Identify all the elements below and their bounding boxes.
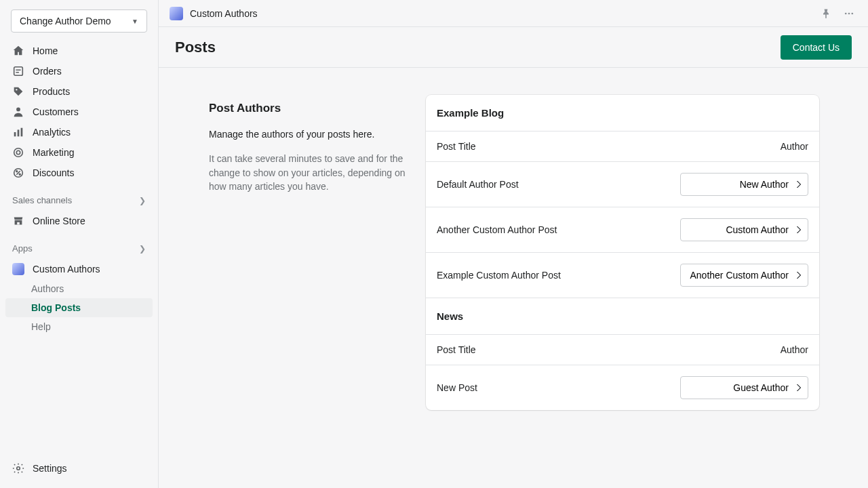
table-row: Another Custom Author PostNew AuthorCust… xyxy=(426,207,819,253)
section-heading: Post Authors xyxy=(209,102,412,115)
section-desc: Manage the authors of your posts here. xyxy=(209,127,412,141)
section-text: Post Authors Manage the authors of your … xyxy=(209,95,412,193)
nav-products[interactable]: Products xyxy=(5,81,153,102)
gear-icon xyxy=(12,462,24,474)
nav-label: Customers xyxy=(33,106,79,117)
svg-rect-11 xyxy=(17,222,20,225)
online-store-icon xyxy=(12,215,24,227)
svg-point-7 xyxy=(16,150,20,154)
discounts-icon xyxy=(12,167,24,179)
app-bar-title: Custom Authors xyxy=(190,8,258,19)
author-select[interactable]: New AuthorCustom AuthorAnother Custom Au… xyxy=(680,376,808,399)
table-header: Post TitleAuthor xyxy=(426,131,819,162)
more-icon[interactable] xyxy=(841,5,857,22)
primary-nav: Home Orders Products Customers xyxy=(5,41,153,183)
nav-label: Home xyxy=(33,45,58,56)
customers-icon xyxy=(12,106,24,118)
author-select-wrap: New AuthorCustom AuthorAnother Custom Au… xyxy=(680,264,808,287)
apps-header[interactable]: Apps ❯ xyxy=(5,238,153,256)
app-icon xyxy=(12,263,24,275)
store-switcher-label: Change Author Demo xyxy=(20,16,111,26)
post-title: New Post xyxy=(437,382,477,393)
svg-point-14 xyxy=(848,12,850,14)
nav-label: Orders xyxy=(33,66,62,77)
author-select[interactable]: New AuthorCustom AuthorAnother Custom Au… xyxy=(680,173,808,196)
app-bar: Custom Authors xyxy=(159,0,868,27)
section-note: It can take several minutes to save and … xyxy=(209,152,412,193)
nav-online-store[interactable]: Online Store xyxy=(5,211,153,231)
author-select-wrap: New AuthorCustom AuthorAnother Custom Au… xyxy=(680,173,808,196)
main: Custom Authors Posts Contact Us Post Aut… xyxy=(159,0,868,488)
svg-point-13 xyxy=(845,12,847,14)
nav-analytics[interactable]: Analytics xyxy=(5,122,153,142)
app-icon xyxy=(170,7,183,20)
table-row: Example Custom Author PostNew AuthorCust… xyxy=(426,253,819,298)
svg-point-1 xyxy=(16,89,17,90)
author-select[interactable]: New AuthorCustom AuthorAnother Custom Au… xyxy=(680,218,808,241)
subnav-help[interactable]: Help xyxy=(5,317,153,336)
svg-rect-3 xyxy=(14,132,16,136)
table-header: Post TitleAuthor xyxy=(426,335,819,365)
subnav-blog-posts[interactable]: Blog Posts xyxy=(5,298,153,317)
posts-card: Example BlogPost TitleAuthorDefault Auth… xyxy=(426,95,819,410)
post-title: Example Custom Author Post xyxy=(437,270,561,281)
nav-customers[interactable]: Customers xyxy=(5,102,153,122)
apps-list: Custom Authors xyxy=(5,259,153,279)
nav-app-custom-authors[interactable]: Custom Authors xyxy=(5,259,153,279)
page-title: Posts xyxy=(175,39,216,56)
nav-settings[interactable]: Settings xyxy=(5,458,153,479)
analytics-icon xyxy=(12,126,24,138)
table-row: Default Author PostNew AuthorCustom Auth… xyxy=(426,162,819,207)
svg-rect-4 xyxy=(18,129,20,136)
nav-discounts[interactable]: Discounts xyxy=(5,163,153,183)
svg-point-12 xyxy=(17,467,20,470)
page-header: Posts Contact Us xyxy=(159,27,868,68)
svg-rect-5 xyxy=(21,128,23,137)
contact-us-button[interactable]: Contact Us xyxy=(781,35,852,60)
author-select[interactable]: New AuthorCustom AuthorAnother Custom Au… xyxy=(680,264,808,287)
sales-channels-list: Online Store xyxy=(5,211,153,231)
chevron-right-icon: ❯ xyxy=(139,196,146,205)
marketing-icon xyxy=(12,146,24,159)
store-switcher[interactable]: Change Author Demo ▼ xyxy=(11,9,147,33)
svg-point-15 xyxy=(851,12,853,14)
nav-label: Discounts xyxy=(33,167,74,178)
page-body: Post Authors Manage the authors of your … xyxy=(159,68,868,488)
app-subnav: Authors Blog Posts Help xyxy=(5,279,153,336)
blog-header: Example Blog xyxy=(426,95,819,131)
sidebar: Change Author Demo ▼ Home Orders Prod xyxy=(0,0,159,488)
nav-orders[interactable]: Orders xyxy=(5,61,153,81)
home-icon xyxy=(12,45,24,57)
col-author: Author xyxy=(781,344,808,355)
nav-label: Analytics xyxy=(33,127,71,138)
nav-label: Online Store xyxy=(33,216,85,226)
svg-point-6 xyxy=(14,148,23,157)
apps-label: Apps xyxy=(12,243,33,253)
subnav-label: Blog Posts xyxy=(31,302,81,313)
svg-point-9 xyxy=(16,171,18,172)
subnav-authors[interactable]: Authors xyxy=(5,279,153,298)
post-title: Default Author Post xyxy=(437,179,519,190)
col-post-title: Post Title xyxy=(437,344,476,355)
blog-header: News xyxy=(426,298,819,335)
svg-point-2 xyxy=(16,108,20,112)
nav-marketing[interactable]: Marketing xyxy=(5,142,153,163)
nav-label: Products xyxy=(33,86,70,97)
nav-label: Custom Authors xyxy=(33,264,100,274)
subnav-label: Help xyxy=(31,321,51,332)
nav-home[interactable]: Home xyxy=(5,41,153,61)
nav-label: Settings xyxy=(33,463,67,474)
col-post-title: Post Title xyxy=(437,141,476,152)
subnav-label: Authors xyxy=(31,283,64,294)
table-row: New PostNew AuthorCustom AuthorAnother C… xyxy=(426,365,819,410)
svg-point-10 xyxy=(19,174,20,175)
col-author: Author xyxy=(781,141,808,152)
pin-icon[interactable] xyxy=(818,5,834,22)
svg-rect-0 xyxy=(14,67,23,76)
caret-down-icon: ▼ xyxy=(132,18,138,25)
chevron-right-icon: ❯ xyxy=(139,244,146,253)
post-title: Another Custom Author Post xyxy=(437,224,557,235)
author-select-wrap: New AuthorCustom AuthorAnother Custom Au… xyxy=(680,376,808,399)
nav-label: Marketing xyxy=(33,147,74,158)
sales-channels-header[interactable]: Sales channels ❯ xyxy=(5,190,153,208)
